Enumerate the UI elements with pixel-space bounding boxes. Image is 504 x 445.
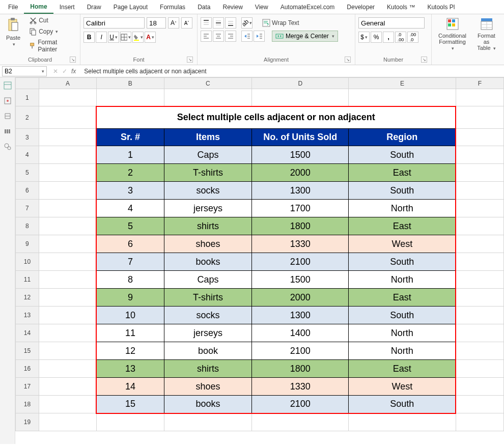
tab-review[interactable]: Review <box>216 1 248 13</box>
cell-D10[interactable]: 2100 <box>252 253 349 271</box>
dialog-launcher-icon[interactable]: ↘ <box>345 57 351 63</box>
cell-E9[interactable]: West <box>349 235 456 253</box>
row-header-4[interactable]: 4 <box>16 146 39 164</box>
cell-F8[interactable] <box>456 217 503 235</box>
copy-button[interactable]: Copy ▾ <box>25 26 77 37</box>
increase-decimal-button[interactable]: .0.00 <box>395 32 406 43</box>
cell-C18[interactable]: books <box>164 396 251 413</box>
select-all-corner[interactable] <box>16 78 39 89</box>
grid[interactable]: ABCDEF12Select multiple cells adjacent o… <box>15 77 504 431</box>
row-header-13[interactable]: 13 <box>16 307 39 324</box>
cell-D9[interactable]: 1330 <box>252 235 349 253</box>
header-sr-[interactable]: Sr. # <box>96 129 164 146</box>
tab-file[interactable]: File <box>2 1 24 13</box>
cell-B17[interactable]: 14 <box>96 378 164 396</box>
cell-B14[interactable]: 11 <box>96 324 164 342</box>
cell-B1[interactable] <box>96 89 164 106</box>
increase-indent-button[interactable] <box>254 31 265 42</box>
cell-A19[interactable] <box>39 413 96 431</box>
align-top-button[interactable] <box>201 17 212 29</box>
tab-formulas[interactable]: Formulas <box>154 1 191 13</box>
cell-A5[interactable] <box>39 164 96 182</box>
font-size-combo[interactable] <box>147 17 166 29</box>
tab-insert[interactable]: Insert <box>53 1 81 13</box>
cell-C1[interactable] <box>164 89 251 106</box>
fill-color-button[interactable]: ▾ <box>132 32 144 43</box>
cell-E18[interactable]: South <box>349 396 456 413</box>
cell-A10[interactable] <box>39 253 96 271</box>
row-header-6[interactable]: 6 <box>16 182 39 200</box>
row-header-18[interactable]: 18 <box>16 396 39 413</box>
cell-C16[interactable]: shirts <box>164 360 251 378</box>
col-header-C[interactable]: C <box>164 78 251 89</box>
row-header-8[interactable]: 8 <box>16 217 39 235</box>
cell-C4[interactable]: Caps <box>164 146 251 164</box>
cell-D1[interactable] <box>252 89 349 106</box>
format-as-table-button[interactable]: Format asTable ▾ <box>472 15 501 53</box>
side-icon-4[interactable] <box>4 127 12 135</box>
tab-view[interactable]: View <box>249 1 274 13</box>
bold-button[interactable]: B <box>83 32 95 43</box>
cell-C14[interactable]: jerseys <box>164 324 251 342</box>
cell-A4[interactable] <box>39 146 96 164</box>
cancel-formula-icon[interactable]: ✕ <box>53 68 58 75</box>
cell-B6[interactable]: 3 <box>96 182 164 200</box>
font-color-button[interactable]: A▾ <box>145 32 156 43</box>
cell-F12[interactable] <box>456 289 503 307</box>
cell-F10[interactable] <box>456 253 503 271</box>
cell-A1[interactable] <box>39 89 96 106</box>
formula-input[interactable] <box>82 66 502 76</box>
header-items[interactable]: Items <box>164 129 251 146</box>
col-header-F[interactable]: F <box>456 78 503 89</box>
row-header-16[interactable]: 16 <box>16 360 39 378</box>
cell-A11[interactable] <box>39 271 96 289</box>
col-header-A[interactable]: A <box>39 78 96 89</box>
row-header-7[interactable]: 7 <box>16 200 39 217</box>
cell-B18[interactable]: 15 <box>96 396 164 413</box>
cell-D17[interactable]: 1330 <box>252 378 349 396</box>
cell-C5[interactable]: T-shirts <box>164 164 251 182</box>
tab-kutools-pl[interactable]: Kutools Pl <box>421 1 461 13</box>
cell-B5[interactable]: 2 <box>96 164 164 182</box>
cell-E17[interactable]: West <box>349 378 456 396</box>
cell-C8[interactable]: shirts <box>164 217 251 235</box>
cell-E16[interactable]: East <box>349 360 456 378</box>
row-header-19[interactable]: 19 <box>16 413 39 431</box>
col-header-B[interactable]: B <box>96 78 164 89</box>
tab-draw[interactable]: Draw <box>81 1 107 13</box>
number-format-combo[interactable] <box>358 17 425 29</box>
align-left-button[interactable] <box>201 31 212 42</box>
cell-B9[interactable]: 6 <box>96 235 164 253</box>
enter-formula-icon[interactable]: ✓ <box>62 68 67 75</box>
cell-D5[interactable]: 2000 <box>252 164 349 182</box>
cell-E19[interactable] <box>349 413 456 431</box>
tab-kutools-[interactable]: Kutools ™ <box>381 1 421 13</box>
cell-C12[interactable]: T-shirts <box>164 289 251 307</box>
fx-icon[interactable]: fx <box>71 68 76 75</box>
row-header-1[interactable]: 1 <box>16 89 39 106</box>
paste-button[interactable]: Paste ▾ <box>3 15 23 49</box>
dialog-launcher-icon[interactable]: ↘ <box>70 57 76 63</box>
row-header-17[interactable]: 17 <box>16 378 39 396</box>
cell-B10[interactable]: 7 <box>96 253 164 271</box>
find-icon[interactable] <box>4 143 12 151</box>
cell-C13[interactable]: socks <box>164 307 251 324</box>
decrease-indent-button[interactable] <box>241 31 253 42</box>
cell-D7[interactable]: 1700 <box>252 200 349 217</box>
cell-E14[interactable]: North <box>349 324 456 342</box>
cell-B19[interactable] <box>96 413 164 431</box>
cell-F17[interactable] <box>456 378 503 396</box>
col-header-E[interactable]: E <box>349 78 456 89</box>
align-middle-button[interactable] <box>213 17 224 29</box>
align-right-button[interactable] <box>225 31 236 42</box>
merge-center-button[interactable]: Merge & Center ▾ <box>272 31 338 42</box>
cell-D16[interactable]: 1800 <box>252 360 349 378</box>
col-header-D[interactable]: D <box>252 78 349 89</box>
cell-B8[interactable]: 5 <box>96 217 164 235</box>
cell-F3[interactable] <box>456 129 503 146</box>
sheet[interactable]: ABCDEF12Select multiple cells adjacent o… <box>15 77 504 444</box>
cell-E10[interactable]: South <box>349 253 456 271</box>
cell-F4[interactable] <box>456 146 503 164</box>
cell-C9[interactable]: shoes <box>164 235 251 253</box>
cell-E4[interactable]: South <box>349 146 456 164</box>
